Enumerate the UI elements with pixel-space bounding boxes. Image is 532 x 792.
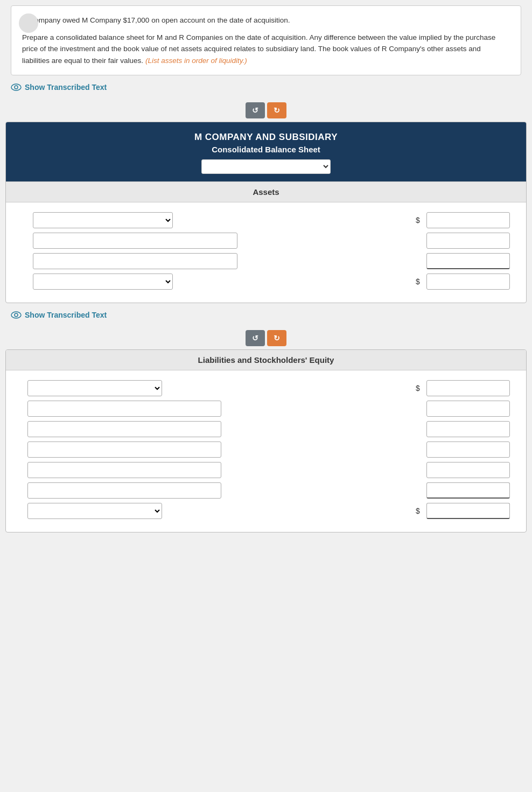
- redo-icon-1: ↻: [274, 106, 280, 115]
- svg-point-1: [15, 86, 18, 89]
- liabilities-select-1[interactable]: [27, 380, 162, 396]
- show-transcribed-link-1[interactable]: Show Transcribed Text: [11, 83, 521, 92]
- company-title: M COMPANY AND SUBSIDIARY: [11, 132, 521, 143]
- liabilities-dollar-7: $: [416, 507, 421, 515]
- liabilities-row-1: $: [27, 380, 510, 396]
- liabilities-row-5: [27, 462, 510, 478]
- svg-point-3: [15, 313, 18, 317]
- assets-amount-4[interactable]: [426, 274, 510, 290]
- assets-select-1[interactable]: [33, 212, 173, 228]
- redo-button-2[interactable]: ↻: [267, 330, 286, 346]
- sheet-subtitle: Consolidated Balance Sheet: [11, 145, 521, 154]
- assets-amount-3[interactable]: [426, 253, 510, 269]
- liabilities-row-6: [27, 482, 510, 499]
- liabilities-row-7: $: [27, 503, 510, 519]
- show-transcribed-label-2: Show Transcribed Text: [25, 311, 107, 319]
- svg-point-2: [11, 312, 21, 318]
- text-card: R Company owed M Company $17,000 on open…: [11, 5, 521, 75]
- assets-row-4: $: [33, 274, 510, 290]
- italic-note: (List assets in order of liquidity.): [145, 57, 247, 65]
- liabilities-amount-5[interactable]: [426, 462, 510, 478]
- svg-point-0: [11, 84, 21, 90]
- liabilities-amount-7[interactable]: [426, 503, 510, 519]
- liabilities-label: Liabilities and Stockholders' Equity: [198, 355, 334, 365]
- paragraph-2-text: Prepare a consolidated balance sheet for…: [22, 33, 495, 65]
- dollar-sign-4: $: [416, 277, 421, 286]
- liabilities-amount-4[interactable]: [426, 441, 510, 458]
- page-wrapper: R Company owed M Company $17,000 on open…: [0, 5, 532, 549]
- undo-icon-1: ↺: [252, 106, 258, 115]
- liabilities-row-4: [27, 441, 510, 458]
- undo-icon-2: ↺: [252, 334, 258, 342]
- assets-label-input-3[interactable]: [33, 253, 237, 269]
- liabilities-row-2: [27, 401, 510, 417]
- assets-form-body: $ $: [6, 202, 526, 303]
- blue-header: M COMPANY AND SUBSIDIARY Consolidated Ba…: [6, 122, 526, 181]
- liabilities-label-6[interactable]: [27, 482, 221, 499]
- liabilities-amount-1[interactable]: [426, 380, 510, 396]
- assets-row-1: $: [33, 212, 510, 228]
- assets-row-2: [33, 233, 510, 249]
- paragraph-1: R Company owed M Company $17,000 on open…: [22, 15, 510, 26]
- liabilities-label-2[interactable]: [27, 401, 221, 417]
- dollar-sign-1: $: [416, 216, 421, 225]
- liabilities-row-3: [27, 421, 510, 437]
- bottom-spacer: [0, 538, 532, 549]
- liabilities-select-7[interactable]: [27, 503, 162, 519]
- assets-section-header: Assets: [6, 181, 526, 202]
- eye-icon-1: [11, 83, 22, 91]
- liabilities-amount-6[interactable]: [426, 482, 510, 499]
- liabilities-form-body: $: [6, 370, 526, 532]
- toolbar-row-1: ↺ ↻: [0, 99, 532, 122]
- assets-label-input-2[interactable]: [33, 233, 237, 249]
- assets-label: Assets: [253, 187, 279, 197]
- liabilities-card: Liabilities and Stockholders' Equity $: [5, 349, 527, 532]
- redo-icon-2: ↻: [274, 334, 280, 342]
- date-select[interactable]: [201, 159, 331, 174]
- liabilities-section-header: Liabilities and Stockholders' Equity: [6, 350, 526, 370]
- paragraph-2: Prepare a consolidated balance sheet for…: [22, 32, 510, 67]
- liabilities-amount-3[interactable]: [426, 421, 510, 437]
- undo-button-2[interactable]: ↺: [246, 330, 265, 346]
- toolbar-row-2: ↺ ↻: [0, 327, 532, 349]
- card-content: R Company owed M Company $17,000 on open…: [22, 15, 510, 66]
- assets-select-4[interactable]: [33, 274, 173, 290]
- liabilities-amount-2[interactable]: [426, 401, 510, 417]
- show-transcribed-label-1: Show Transcribed Text: [25, 83, 107, 92]
- liabilities-label-5[interactable]: [27, 462, 221, 478]
- undo-button-1[interactable]: ↺: [246, 102, 265, 118]
- show-transcribed-link-2[interactable]: Show Transcribed Text: [11, 311, 521, 319]
- assets-form-card: M COMPANY AND SUBSIDIARY Consolidated Ba…: [5, 122, 527, 303]
- assets-amount-2[interactable]: [426, 233, 510, 249]
- eye-icon-2: [11, 311, 22, 319]
- liabilities-label-3[interactable]: [27, 421, 221, 437]
- liabilities-dollar-1: $: [416, 384, 421, 393]
- avatar: [19, 13, 38, 33]
- assets-amount-1[interactable]: [426, 212, 510, 228]
- assets-row-3: [33, 253, 510, 269]
- redo-button-1[interactable]: ↻: [267, 102, 286, 118]
- liabilities-label-4[interactable]: [27, 441, 221, 458]
